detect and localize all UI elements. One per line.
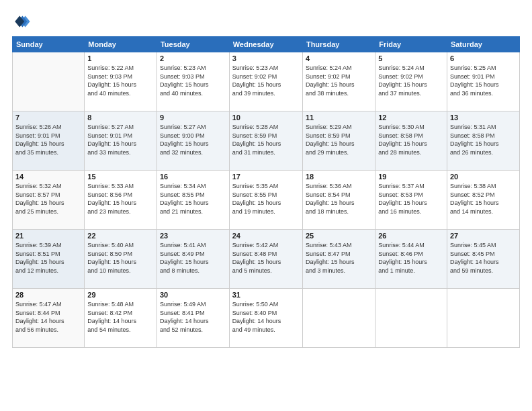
calendar-weekday-thursday: Thursday	[302, 37, 375, 52]
day-number: 27	[450, 232, 517, 240]
calendar-cell: 15Sunrise: 5:33 AM Sunset: 8:56 PM Dayli…	[85, 171, 157, 230]
day-number: 3	[232, 54, 300, 62]
day-info: Sunrise: 5:32 AM Sunset: 8:57 PM Dayligh…	[15, 182, 81, 216]
day-info: Sunrise: 5:23 AM Sunset: 9:03 PM Dayligh…	[160, 64, 226, 97]
day-number: 2	[160, 54, 226, 62]
calendar-cell: 2Sunrise: 5:23 AM Sunset: 9:03 PM Daylig…	[157, 52, 229, 111]
day-info: Sunrise: 5:31 AM Sunset: 8:58 PM Dayligh…	[450, 123, 517, 156]
day-info: Sunrise: 5:48 AM Sunset: 8:42 PM Dayligh…	[87, 300, 154, 334]
calendar-cell: 23Sunrise: 5:41 AM Sunset: 8:49 PM Dayli…	[157, 230, 229, 289]
calendar-cell: 18Sunrise: 5:36 AM Sunset: 8:54 PM Dayli…	[302, 171, 375, 230]
calendar-cell: 8Sunrise: 5:27 AM Sunset: 9:01 PM Daylig…	[85, 111, 157, 171]
calendar-cell: 11Sunrise: 5:29 AM Sunset: 8:59 PM Dayli…	[302, 111, 375, 171]
day-number: 17	[232, 173, 300, 181]
calendar-cell: 28Sunrise: 5:47 AM Sunset: 8:44 PM Dayli…	[13, 289, 85, 348]
calendar-cell: 21Sunrise: 5:39 AM Sunset: 8:51 PM Dayli…	[13, 230, 85, 289]
day-info: Sunrise: 5:47 AM Sunset: 8:44 PM Dayligh…	[15, 300, 81, 334]
day-number: 8	[87, 113, 154, 122]
day-number: 16	[160, 173, 226, 181]
calendar-cell: 26Sunrise: 5:44 AM Sunset: 8:46 PM Dayli…	[375, 230, 447, 289]
day-number: 20	[450, 173, 517, 181]
day-number: 28	[15, 291, 81, 299]
page-container: SundayMondayTuesdayWednesdayThursdayFrid…	[0, 0, 532, 411]
day-number: 22	[87, 232, 154, 240]
day-info: Sunrise: 5:41 AM Sunset: 8:49 PM Dayligh…	[160, 241, 226, 275]
day-number: 31	[232, 291, 300, 299]
calendar-cell: 29Sunrise: 5:48 AM Sunset: 8:42 PM Dayli…	[85, 289, 157, 348]
calendar-week-row: 28Sunrise: 5:47 AM Sunset: 8:44 PM Dayli…	[13, 289, 520, 348]
calendar-weekday-friday: Friday	[375, 37, 447, 52]
calendar-weekday-saturday: Saturday	[447, 37, 519, 52]
day-info: Sunrise: 5:39 AM Sunset: 8:51 PM Dayligh…	[15, 241, 81, 275]
day-number: 1	[87, 54, 154, 62]
calendar-cell	[447, 289, 519, 348]
day-info: Sunrise: 5:23 AM Sunset: 9:02 PM Dayligh…	[232, 64, 300, 97]
calendar-cell: 24Sunrise: 5:42 AM Sunset: 8:48 PM Dayli…	[229, 230, 302, 289]
day-number: 21	[15, 232, 81, 240]
day-info: Sunrise: 5:26 AM Sunset: 9:01 PM Dayligh…	[15, 123, 81, 156]
day-number: 7	[15, 113, 81, 122]
calendar-week-row: 1Sunrise: 5:22 AM Sunset: 9:03 PM Daylig…	[13, 52, 520, 111]
calendar-cell: 1Sunrise: 5:22 AM Sunset: 9:03 PM Daylig…	[85, 52, 157, 111]
calendar-cell: 3Sunrise: 5:23 AM Sunset: 9:02 PM Daylig…	[229, 52, 302, 111]
day-number: 14	[15, 173, 81, 181]
day-info: Sunrise: 5:42 AM Sunset: 8:48 PM Dayligh…	[232, 241, 300, 275]
calendar-header-row: SundayMondayTuesdayWednesdayThursdayFrid…	[13, 37, 520, 52]
day-number: 18	[306, 173, 372, 181]
day-number: 23	[160, 232, 226, 240]
day-number: 5	[378, 54, 444, 62]
day-info: Sunrise: 5:44 AM Sunset: 8:46 PM Dayligh…	[378, 241, 444, 275]
calendar-week-row: 14Sunrise: 5:32 AM Sunset: 8:57 PM Dayli…	[13, 171, 520, 230]
calendar-cell: 19Sunrise: 5:37 AM Sunset: 8:53 PM Dayli…	[375, 171, 447, 230]
day-number: 9	[160, 113, 226, 122]
day-info: Sunrise: 5:43 AM Sunset: 8:47 PM Dayligh…	[306, 241, 372, 275]
calendar-cell: 7Sunrise: 5:26 AM Sunset: 9:01 PM Daylig…	[13, 111, 85, 171]
calendar-cell: 4Sunrise: 5:24 AM Sunset: 9:02 PM Daylig…	[302, 52, 375, 111]
day-number: 6	[450, 54, 517, 62]
day-number: 29	[87, 291, 154, 299]
calendar-cell: 13Sunrise: 5:31 AM Sunset: 8:58 PM Dayli…	[447, 111, 519, 171]
day-number: 11	[306, 113, 372, 122]
calendar-weekday-tuesday: Tuesday	[157, 37, 229, 52]
calendar-cell: 16Sunrise: 5:34 AM Sunset: 8:55 PM Dayli…	[157, 171, 229, 230]
day-info: Sunrise: 5:36 AM Sunset: 8:54 PM Dayligh…	[306, 182, 372, 216]
day-number: 15	[87, 173, 154, 181]
calendar-week-row: 7Sunrise: 5:26 AM Sunset: 9:01 PM Daylig…	[13, 111, 520, 171]
day-info: Sunrise: 5:45 AM Sunset: 8:45 PM Dayligh…	[450, 241, 517, 275]
day-info: Sunrise: 5:27 AM Sunset: 9:01 PM Dayligh…	[87, 123, 154, 156]
day-info: Sunrise: 5:35 AM Sunset: 8:55 PM Dayligh…	[232, 182, 300, 216]
day-info: Sunrise: 5:30 AM Sunset: 8:58 PM Dayligh…	[378, 123, 444, 156]
day-info: Sunrise: 5:34 AM Sunset: 8:55 PM Dayligh…	[160, 182, 226, 216]
calendar-table: SundayMondayTuesdayWednesdayThursdayFrid…	[12, 36, 520, 348]
calendar-cell: 14Sunrise: 5:32 AM Sunset: 8:57 PM Dayli…	[13, 171, 85, 230]
logo-icon	[12, 12, 31, 31]
calendar-cell	[302, 289, 375, 348]
day-number: 19	[378, 173, 444, 181]
calendar-cell: 10Sunrise: 5:28 AM Sunset: 8:59 PM Dayli…	[229, 111, 302, 171]
day-info: Sunrise: 5:24 AM Sunset: 9:02 PM Dayligh…	[378, 64, 444, 97]
calendar-week-row: 21Sunrise: 5:39 AM Sunset: 8:51 PM Dayli…	[13, 230, 520, 289]
day-info: Sunrise: 5:25 AM Sunset: 9:01 PM Dayligh…	[450, 64, 517, 97]
calendar-cell: 5Sunrise: 5:24 AM Sunset: 9:02 PM Daylig…	[375, 52, 447, 111]
day-number: 4	[306, 54, 372, 62]
day-info: Sunrise: 5:29 AM Sunset: 8:59 PM Dayligh…	[306, 123, 372, 156]
day-info: Sunrise: 5:38 AM Sunset: 8:52 PM Dayligh…	[450, 182, 517, 216]
day-info: Sunrise: 5:50 AM Sunset: 8:40 PM Dayligh…	[232, 300, 300, 334]
calendar-cell: 25Sunrise: 5:43 AM Sunset: 8:47 PM Dayli…	[302, 230, 375, 289]
day-number: 12	[378, 113, 444, 122]
day-number: 26	[378, 232, 444, 240]
day-number: 13	[450, 113, 517, 122]
calendar-cell: 6Sunrise: 5:25 AM Sunset: 9:01 PM Daylig…	[447, 52, 519, 111]
logo	[12, 12, 34, 31]
day-info: Sunrise: 5:40 AM Sunset: 8:50 PM Dayligh…	[87, 241, 154, 275]
day-number: 10	[232, 113, 300, 122]
day-info: Sunrise: 5:28 AM Sunset: 8:59 PM Dayligh…	[232, 123, 300, 156]
calendar-cell: 17Sunrise: 5:35 AM Sunset: 8:55 PM Dayli…	[229, 171, 302, 230]
day-info: Sunrise: 5:49 AM Sunset: 8:41 PM Dayligh…	[160, 300, 226, 334]
day-info: Sunrise: 5:37 AM Sunset: 8:53 PM Dayligh…	[378, 182, 444, 216]
calendar-cell: 9Sunrise: 5:27 AM Sunset: 9:00 PM Daylig…	[157, 111, 229, 171]
calendar-weekday-sunday: Sunday	[13, 37, 85, 52]
day-info: Sunrise: 5:33 AM Sunset: 8:56 PM Dayligh…	[87, 182, 154, 216]
calendar-cell: 12Sunrise: 5:30 AM Sunset: 8:58 PM Dayli…	[375, 111, 447, 171]
calendar-weekday-wednesday: Wednesday	[229, 37, 302, 52]
